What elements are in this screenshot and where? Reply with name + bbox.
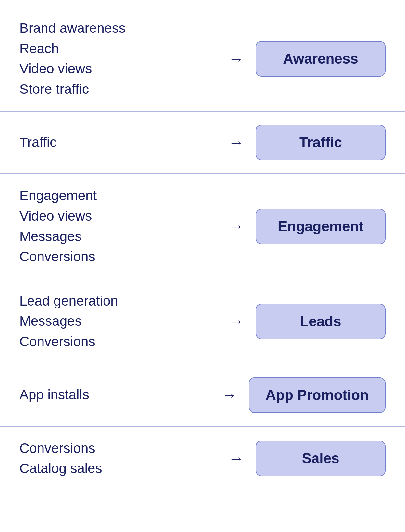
main-container: Brand awarenessReachVideo viewsStore tra… — [0, 0, 405, 497]
engagement-row-left-items: EngagementVideo viewsMessagesConversions — [19, 187, 217, 265]
traffic-row-arrow-icon: → — [217, 134, 256, 151]
sales-row-badge[interactable]: Sales — [256, 441, 386, 476]
engagement-row-left-item-1: Video views — [19, 207, 217, 225]
sales-row: ConversionsCatalog sales→Sales — [0, 427, 405, 490]
leads-row-left-item-1: Messages — [19, 312, 217, 330]
engagement-row-badge[interactable]: Engagement — [256, 209, 386, 244]
sales-row-left-item-1: Catalog sales — [19, 460, 217, 478]
leads-row-left-item-2: Conversions — [19, 333, 217, 351]
app-promotion-row: App installs→App Promotion — [0, 364, 405, 427]
sales-row-left-items: ConversionsCatalog sales — [19, 440, 217, 478]
app-promotion-row-badge[interactable]: App Promotion — [249, 377, 386, 413]
awareness-row-arrow-icon: → — [217, 50, 256, 68]
sales-row-arrow-icon: → — [217, 450, 256, 467]
leads-row-left-item-0: Lead generation — [19, 292, 217, 310]
awareness-row-left-item-1: Reach — [19, 40, 217, 58]
app-promotion-row-left-items: App installs — [19, 386, 210, 404]
engagement-row-left-item-3: Conversions — [19, 248, 217, 266]
awareness-row-badge[interactable]: Awareness — [256, 41, 386, 77]
app-promotion-row-arrow-icon: → — [210, 386, 249, 404]
leads-row-arrow-icon: → — [217, 312, 256, 330]
traffic-row-badge[interactable]: Traffic — [256, 125, 386, 160]
leads-row: Lead generationMessagesConversions→Leads — [0, 279, 405, 364]
engagement-row-left-item-0: Engagement — [19, 187, 217, 205]
sales-row-left-item-0: Conversions — [19, 440, 217, 457]
awareness-row-left-items: Brand awarenessReachVideo viewsStore tra… — [19, 19, 217, 98]
awareness-row-left-item-0: Brand awareness — [19, 19, 217, 37]
traffic-row: Traffic→Traffic — [0, 112, 405, 174]
awareness-row: Brand awarenessReachVideo viewsStore tra… — [0, 6, 405, 112]
engagement-row-arrow-icon: → — [217, 217, 256, 235]
traffic-row-left-items: Traffic — [19, 134, 217, 151]
awareness-row-left-item-2: Video views — [19, 60, 217, 78]
leads-row-left-items: Lead generationMessagesConversions — [19, 292, 217, 351]
engagement-row: EngagementVideo viewsMessagesConversions… — [0, 174, 405, 279]
leads-row-badge[interactable]: Leads — [256, 304, 386, 339]
awareness-row-left-item-3: Store traffic — [19, 80, 217, 98]
app-promotion-row-left-item-0: App installs — [19, 386, 210, 404]
engagement-row-left-item-2: Messages — [19, 228, 217, 246]
traffic-row-left-item-0: Traffic — [19, 134, 217, 151]
